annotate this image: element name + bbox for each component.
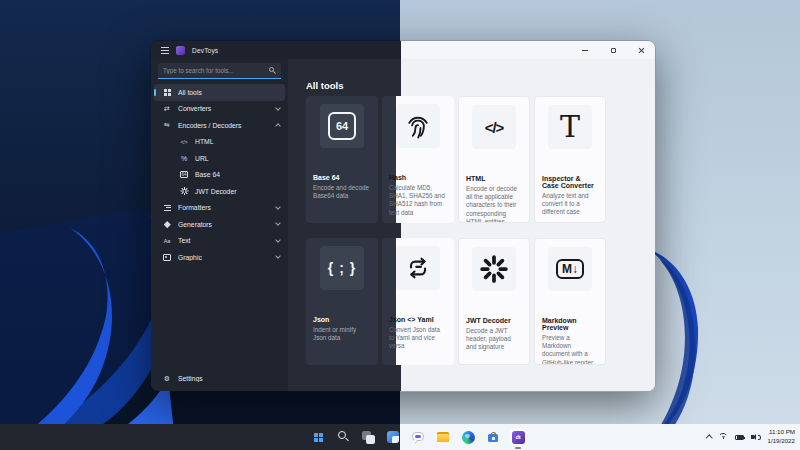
sidebar-item-label: Text [178,237,270,244]
devtoys-taskbar-button[interactable]: dt [510,429,526,445]
sidebar-nav: All tools ⇄ Converters ⇋ Encoders / Deco… [151,84,288,266]
tool-card-json[interactable]: { ; } Json Indent or minify Json data [306,238,378,365]
formatters-lines-icon [162,205,172,211]
sidebar-item-label: Settings [178,375,280,382]
base64-box-icon: 64 [179,171,189,178]
hamburger-menu-icon[interactable] [161,47,169,54]
chevron-down-icon [275,105,281,111]
sidebar-item-base64[interactable]: 64 Base 64 [151,167,288,184]
tool-card-hash[interactable]: Hash Calculate MD5, SHA1, SHA256 and SHA… [382,96,454,223]
devtoys-window: DevToys All tools ⇄ Converter [150,40,656,392]
taskbar-icons: dt [310,424,526,450]
task-view-button[interactable] [360,429,376,445]
sidebar-item-all-tools[interactable]: All tools [154,84,285,101]
sidebar-item-label: URL [195,155,280,162]
maximize-button[interactable] [599,41,627,59]
tool-card-title: Inspector & Case Converter [542,175,598,189]
volume-icon[interactable] [751,433,760,441]
tool-card-description: Preview a Markdown document with a GitHu… [542,334,598,365]
taskbar-search-button[interactable] [335,429,351,445]
tool-card-description: Calculate MD5, SHA1, SHA256 and SHA512 h… [389,184,447,217]
generators-icon [162,222,172,227]
gear-icon: ⚙ [162,375,172,383]
close-button[interactable] [627,41,655,59]
tool-card-markdown-preview[interactable]: M↓ Markdown Preview Preview a Markdown d… [534,238,606,365]
fingerprint-icon [396,104,440,148]
tool-card-html[interactable]: </> HTML Encode or decode all the applic… [458,96,530,223]
sidebar-item-encoders-decoders[interactable]: ⇋ Encoders / Decoders [151,117,288,134]
sidebar-item-label: Encoders / Decoders [178,122,270,129]
sidebar-item-label: Base 64 [195,171,280,178]
windows-logo-icon [314,433,318,437]
chat-button[interactable] [410,429,426,445]
sidebar-item-label: Converters [178,105,270,112]
tool-card-base64[interactable]: 64 Base 64 Encode and decode Base64 data [306,96,378,223]
base64-box-icon: 64 [320,104,364,148]
minimize-icon [582,50,588,51]
graphic-image-icon [162,254,172,261]
search-input[interactable] [163,67,269,74]
serif-t-icon: T [548,105,592,149]
tool-card-title: Base 64 [313,174,371,181]
braces-icon: { ; } [320,246,364,290]
tool-card-description: Analyze text and convert it to a differe… [542,192,598,217]
tool-card-title: Hash [389,174,447,181]
tool-card-description: Indent or minify Json data [313,326,371,342]
devtoys-app-icon: dt [512,431,525,444]
page-title: All tools [306,80,343,91]
code-brackets-icon: </> [472,105,516,149]
sidebar-item-html[interactable]: </> HTML [151,134,288,151]
sidebar-item-formatters[interactable]: Formatters [151,200,288,217]
tool-card-description: Encode or decode all the applicable char… [466,185,522,223]
sidebar-item-settings[interactable]: ⚙ Settings [151,371,288,388]
minimize-button[interactable] [571,41,599,59]
hidden-icons-chevron-icon[interactable] [706,435,712,441]
store-button[interactable] [485,429,501,445]
html-code-icon: </> [179,139,189,145]
widgets-button[interactable] [385,429,401,445]
sidebar-item-graphic[interactable]: Graphic [151,249,288,266]
start-button[interactable] [310,429,326,445]
main-content: All tools 64 Base 64 Encode and decode B… [288,59,655,391]
tool-card-json-yaml[interactable]: Json <> Yaml Convert Json data to Yaml a… [382,238,454,365]
sidebar-item-label: All tools [178,89,277,96]
close-icon [638,47,645,54]
app-title: DevToys [192,47,218,54]
file-explorer-button[interactable] [435,429,451,445]
text-case-icon: Aa [162,238,172,244]
chevron-down-icon [275,204,281,210]
convert-loop-icon [396,246,440,290]
markdown-icon: M↓ [548,247,592,291]
battery-icon[interactable] [735,435,744,440]
sidebar-item-text[interactable]: Aa Text [151,233,288,250]
network-icon[interactable] [718,433,728,441]
tool-card-title: Markdown Preview [542,317,598,331]
sidebar-item-url[interactable]: % URL [151,150,288,167]
sidebar-item-converters[interactable]: ⇄ Converters [151,101,288,118]
jwt-spinner-icon [179,187,189,195]
encoders-decoders-icon: ⇋ [162,121,172,129]
search-box[interactable] [158,63,281,79]
desktop: DevToys All tools ⇄ Converter [0,0,800,450]
clock-date: 1/19/2022 [767,437,795,446]
sidebar-item-generators[interactable]: Generators [151,216,288,233]
taskbar: dt 11:10 PM 1/19/2022 [0,424,800,450]
tool-card-title: Json [313,316,371,323]
sidebar-item-jwt-decoder[interactable]: JWT Decoder [151,183,288,200]
sidebar-item-label: JWT Decoder [195,188,280,195]
tool-card-description: Decode a JWT header, payload and signatu… [466,327,522,352]
sidebar-item-label: HTML [195,138,280,145]
devtoys-logo-icon [176,46,185,55]
edge-browser-icon [462,431,475,444]
chevron-down-icon [275,253,281,259]
edge-button[interactable] [460,429,476,445]
converters-icon: ⇄ [162,105,172,113]
sidebar: All tools ⇄ Converters ⇋ Encoders / Deco… [151,59,288,391]
search-icon[interactable] [269,67,276,74]
taskbar-clock[interactable]: 11:10 PM 1/19/2022 [767,428,795,446]
titlebar: DevToys [151,41,655,59]
tool-card-jwt-decoder[interactable]: JWT Decoder Decode a JWT header, payload… [458,238,530,365]
tool-card-inspector-case-converter[interactable]: T Inspector & Case Converter Analyze tex… [534,96,606,223]
tool-card-description: Encode and decode Base64 data [313,184,371,200]
chevron-down-icon [275,220,281,226]
